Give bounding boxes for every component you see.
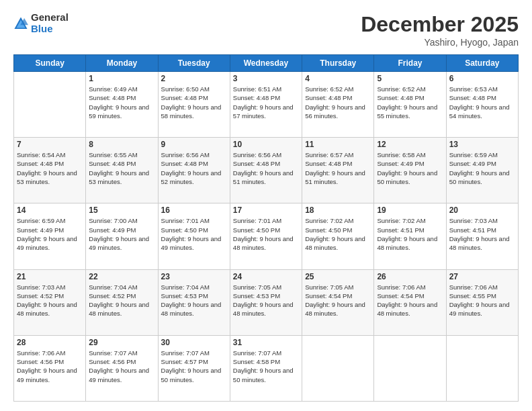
day-cell: 16Sunrise: 7:01 AMSunset: 4:50 PMDayligh…: [158, 203, 230, 269]
title-area: December 2025 Yashiro, Hyogo, Japan: [361, 12, 519, 48]
day-number: 5: [377, 74, 443, 83]
day-cell: 12Sunrise: 6:58 AMSunset: 4:49 PMDayligh…: [374, 138, 446, 203]
day-number: 18: [305, 205, 371, 215]
day-info: Sunrise: 6:50 AMSunset: 4:48 PMDaylight:…: [161, 85, 227, 120]
day-cell: 1Sunrise: 6:49 AMSunset: 4:48 PMDaylight…: [86, 72, 158, 138]
weekday-header-saturday: Saturday: [446, 55, 518, 72]
weekday-header-friday: Friday: [374, 55, 446, 72]
weekday-header-wednesday: Wednesday: [230, 55, 302, 72]
day-number: 1: [89, 74, 154, 83]
day-number: 13: [449, 140, 515, 149]
day-info: Sunrise: 6:52 AMSunset: 4:48 PMDaylight:…: [305, 85, 371, 120]
day-number: 11: [305, 140, 371, 149]
calendar-table: SundayMondayTuesdayWednesdayThursdayFrid…: [13, 54, 519, 402]
logo-icon: [13, 16, 28, 31]
day-cell: 29Sunrise: 7:07 AMSunset: 4:56 PMDayligh…: [86, 335, 158, 401]
day-number: 31: [233, 338, 299, 347]
day-cell: 25Sunrise: 7:05 AMSunset: 4:54 PMDayligh…: [302, 269, 374, 335]
day-info: Sunrise: 7:06 AMSunset: 4:54 PMDaylight:…: [377, 283, 443, 318]
day-number: 20: [449, 205, 515, 215]
day-number: 19: [377, 205, 443, 215]
day-info: Sunrise: 7:06 AMSunset: 4:55 PMDaylight:…: [449, 283, 515, 318]
day-number: 25: [305, 272, 371, 281]
day-number: 3: [233, 74, 299, 83]
day-info: Sunrise: 7:04 AMSunset: 4:52 PMDaylight:…: [89, 283, 154, 318]
day-info: Sunrise: 7:07 AMSunset: 4:56 PMDaylight:…: [89, 349, 154, 384]
day-cell: 4Sunrise: 6:52 AMSunset: 4:48 PMDaylight…: [302, 72, 374, 138]
day-info: Sunrise: 6:59 AMSunset: 4:49 PMDaylight:…: [449, 150, 515, 186]
week-row-1: 1Sunrise: 6:49 AMSunset: 4:48 PMDaylight…: [14, 72, 519, 138]
day-info: Sunrise: 7:02 AMSunset: 4:51 PMDaylight:…: [377, 216, 443, 252]
day-cell: 18Sunrise: 7:02 AMSunset: 4:50 PMDayligh…: [302, 203, 374, 269]
day-cell: 2Sunrise: 6:50 AMSunset: 4:48 PMDaylight…: [158, 72, 230, 138]
day-number: 29: [89, 338, 154, 347]
day-info: Sunrise: 6:52 AMSunset: 4:48 PMDaylight:…: [377, 85, 443, 120]
header: General Blue December 2025 Yashiro, Hyog…: [13, 12, 519, 48]
day-number: 23: [161, 272, 227, 281]
day-info: Sunrise: 6:54 AMSunset: 4:48 PMDaylight:…: [17, 150, 83, 186]
day-cell: 3Sunrise: 6:51 AMSunset: 4:48 PMDaylight…: [230, 72, 302, 138]
location: Yashiro, Hyogo, Japan: [361, 37, 519, 48]
day-number: 16: [161, 205, 227, 215]
week-row-2: 7Sunrise: 6:54 AMSunset: 4:48 PMDaylight…: [14, 138, 519, 203]
day-cell: 27Sunrise: 7:06 AMSunset: 4:55 PMDayligh…: [446, 269, 518, 335]
day-info: Sunrise: 7:01 AMSunset: 4:50 PMDaylight:…: [233, 216, 299, 252]
day-info: Sunrise: 6:49 AMSunset: 4:48 PMDaylight:…: [89, 85, 154, 120]
day-info: Sunrise: 7:07 AMSunset: 4:58 PMDaylight:…: [233, 349, 299, 384]
day-number: 8: [89, 140, 154, 149]
month-title: December 2025: [361, 12, 519, 37]
day-cell: 23Sunrise: 7:04 AMSunset: 4:53 PMDayligh…: [158, 269, 230, 335]
day-cell: 19Sunrise: 7:02 AMSunset: 4:51 PMDayligh…: [374, 203, 446, 269]
day-info: Sunrise: 7:03 AMSunset: 4:51 PMDaylight:…: [449, 216, 515, 252]
day-info: Sunrise: 7:06 AMSunset: 4:56 PMDaylight:…: [17, 349, 83, 384]
day-cell: 11Sunrise: 6:57 AMSunset: 4:48 PMDayligh…: [302, 138, 374, 203]
day-info: Sunrise: 7:07 AMSunset: 4:57 PMDaylight:…: [161, 349, 227, 384]
day-info: Sunrise: 7:02 AMSunset: 4:50 PMDaylight:…: [305, 216, 371, 252]
day-number: 17: [233, 205, 299, 215]
day-cell: [14, 72, 86, 138]
weekday-header-monday: Monday: [86, 55, 158, 72]
day-cell: 7Sunrise: 6:54 AMSunset: 4:48 PMDaylight…: [14, 138, 86, 203]
day-info: Sunrise: 7:05 AMSunset: 4:54 PMDaylight:…: [305, 283, 371, 318]
day-cell: 22Sunrise: 7:04 AMSunset: 4:52 PMDayligh…: [86, 269, 158, 335]
day-info: Sunrise: 6:56 AMSunset: 4:48 PMDaylight:…: [233, 150, 299, 186]
weekday-header-row: SundayMondayTuesdayWednesdayThursdayFrid…: [14, 55, 519, 72]
day-cell: 9Sunrise: 6:56 AMSunset: 4:48 PMDaylight…: [158, 138, 230, 203]
day-cell: [374, 335, 446, 401]
page: General Blue December 2025 Yashiro, Hyog…: [0, 0, 532, 411]
day-cell: 20Sunrise: 7:03 AMSunset: 4:51 PMDayligh…: [446, 203, 518, 269]
day-cell: 28Sunrise: 7:06 AMSunset: 4:56 PMDayligh…: [14, 335, 86, 401]
logo-general-text: General: [31, 12, 69, 24]
day-cell: [446, 335, 518, 401]
day-number: 12: [377, 140, 443, 149]
day-cell: 26Sunrise: 7:06 AMSunset: 4:54 PMDayligh…: [374, 269, 446, 335]
day-info: Sunrise: 7:03 AMSunset: 4:52 PMDaylight:…: [17, 283, 83, 318]
day-info: Sunrise: 7:01 AMSunset: 4:50 PMDaylight:…: [161, 216, 227, 252]
day-info: Sunrise: 6:51 AMSunset: 4:48 PMDaylight:…: [233, 85, 299, 120]
day-info: Sunrise: 6:55 AMSunset: 4:48 PMDaylight:…: [89, 150, 154, 186]
day-number: 14: [17, 205, 83, 215]
day-number: 27: [449, 272, 515, 281]
logo-text: General Blue: [31, 12, 69, 34]
day-number: 21: [17, 272, 83, 281]
week-row-3: 14Sunrise: 6:59 AMSunset: 4:49 PMDayligh…: [14, 203, 519, 269]
day-info: Sunrise: 6:59 AMSunset: 4:49 PMDaylight:…: [17, 216, 83, 252]
day-number: 22: [89, 272, 154, 281]
day-info: Sunrise: 6:58 AMSunset: 4:49 PMDaylight:…: [377, 150, 443, 186]
day-number: 7: [17, 140, 83, 149]
day-cell: [302, 335, 374, 401]
day-info: Sunrise: 7:00 AMSunset: 4:49 PMDaylight:…: [89, 216, 154, 252]
day-number: 30: [161, 338, 227, 347]
day-cell: 21Sunrise: 7:03 AMSunset: 4:52 PMDayligh…: [14, 269, 86, 335]
week-row-4: 21Sunrise: 7:03 AMSunset: 4:52 PMDayligh…: [14, 269, 519, 335]
weekday-header-tuesday: Tuesday: [158, 55, 230, 72]
day-cell: 14Sunrise: 6:59 AMSunset: 4:49 PMDayligh…: [14, 203, 86, 269]
day-number: 10: [233, 140, 299, 149]
weekday-header-sunday: Sunday: [14, 55, 86, 72]
day-info: Sunrise: 6:56 AMSunset: 4:48 PMDaylight:…: [161, 150, 227, 186]
day-cell: 15Sunrise: 7:00 AMSunset: 4:49 PMDayligh…: [86, 203, 158, 269]
day-cell: 30Sunrise: 7:07 AMSunset: 4:57 PMDayligh…: [158, 335, 230, 401]
week-row-5: 28Sunrise: 7:06 AMSunset: 4:56 PMDayligh…: [14, 335, 519, 401]
day-info: Sunrise: 6:57 AMSunset: 4:48 PMDaylight:…: [305, 150, 371, 186]
day-cell: 24Sunrise: 7:05 AMSunset: 4:53 PMDayligh…: [230, 269, 302, 335]
